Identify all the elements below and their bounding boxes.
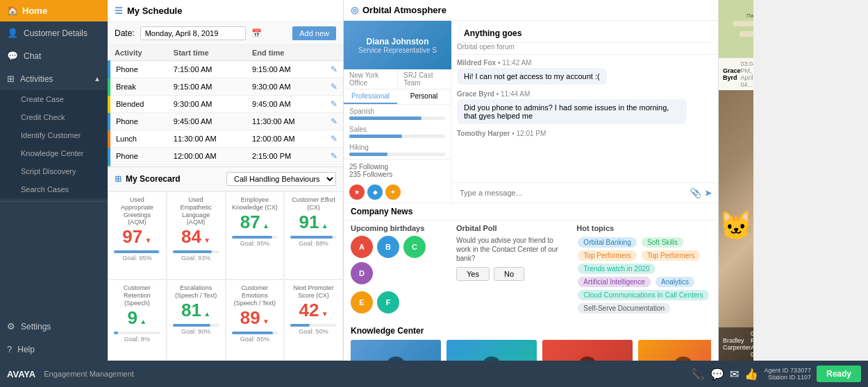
middle-bottom: Company News Upcoming birthdays A B C xyxy=(344,203,718,361)
sidebar-item-chat[interactable]: 💬 Chat xyxy=(0,44,108,67)
edit-icon[interactable]: ✎ xyxy=(331,82,337,92)
calendar-icon[interactable]: 📅 xyxy=(251,28,262,38)
sidebar-item-identify-customer[interactable]: Identify Customer xyxy=(0,126,108,144)
status-bar: AVAYA Engagement Management 📞 💬 ✉ 👍 Agen… xyxy=(0,361,868,387)
score-value: 42 xyxy=(299,300,319,320)
play-button-1[interactable]: ▶ xyxy=(386,356,406,361)
tag-ai[interactable]: Artificial Intelligence xyxy=(578,277,650,287)
birthday-avatar-3: C xyxy=(403,236,426,258)
tag-top-performers-1[interactable]: Top Performers xyxy=(578,250,636,261)
poll-no-button[interactable]: No xyxy=(494,267,524,281)
agent-photo: Diana Johnston Service Representative S xyxy=(344,21,451,69)
tag-trends-watch[interactable]: Trends watch in 2020 xyxy=(578,264,655,274)
email-icon[interactable]: ✉ xyxy=(730,368,739,381)
play-button-3[interactable]: ▶ xyxy=(578,356,597,361)
tag-analytics[interactable]: Analytics xyxy=(656,277,694,287)
chat-input[interactable] xyxy=(457,186,687,200)
orbital-content: Diana Johnston Service Representative S … xyxy=(344,21,718,203)
settings-icon: ⚙ xyxy=(7,321,15,332)
chat-messages: Mildred Fox • 11:42 AM Hi! I can not get… xyxy=(451,55,718,182)
agent-profile: Diana Johnston Service Representative S … xyxy=(344,21,451,203)
chat-msg-header-1: Mildred Fox • 11:42 AM xyxy=(457,59,712,67)
end-time-cell: 9:30:00 AM xyxy=(247,78,325,96)
score-arrow: ▲ xyxy=(203,310,210,318)
poll-title: Orbital Poll xyxy=(456,224,568,232)
sidebar-home[interactable]: 🏠 Home xyxy=(0,0,108,22)
hot-topics-tags: Orbital Banking Soft Skills Top Performe… xyxy=(576,236,711,315)
photo-overlay: Bradley Carpenter 03:04 PM, April 04... … xyxy=(719,327,753,361)
kc-videos: ▶ Empathy in the Call Center 05:11 mins … xyxy=(351,340,711,361)
chat-status-icon[interactable]: 💬 xyxy=(710,368,724,381)
msg-author-1: Mildred Fox xyxy=(457,59,496,67)
agent-office: New York Office xyxy=(344,69,398,89)
score-cell: Next Promoter Score (CX) 42 ▼ Goal: 50% xyxy=(284,280,343,361)
activity-cell: Phone xyxy=(109,61,168,78)
score-arrow: ▼ xyxy=(145,237,152,244)
orbital-icon: ◎ xyxy=(351,5,358,15)
social-photo: 🐱 Bradley Carpenter 03:04 PM, April 04..… xyxy=(719,90,753,361)
tag-top-performers-2[interactable]: Top Performers xyxy=(642,250,700,261)
birthday-avatar-5: E xyxy=(351,291,373,313)
sidebar-item-activities[interactable]: ⊞ Activities ▲ xyxy=(0,67,108,90)
sidebar-item-credit-check[interactable]: Credit Check xyxy=(0,108,108,126)
score-bar xyxy=(114,250,159,253)
end-time-cell: 9:15:00 AM xyxy=(247,61,325,78)
sidebar-item-script-discovery[interactable]: Script Discovery xyxy=(0,162,108,180)
score-value-row: 84 ▼ xyxy=(173,226,219,248)
score-value-row: 91 ▲ xyxy=(290,212,337,233)
score-bar xyxy=(290,236,333,239)
tag-soft-skills[interactable]: Soft Skills xyxy=(642,237,683,248)
score-value: 91 xyxy=(299,212,319,232)
edit-icon[interactable]: ✎ xyxy=(331,64,337,74)
edit-icon[interactable]: ✎ xyxy=(331,99,337,109)
score-label: Next Promoter Score (CX) xyxy=(290,284,337,300)
score-value: 9 xyxy=(128,307,137,328)
play-button-4[interactable]: ▶ xyxy=(674,356,693,361)
activity-cell: Break xyxy=(109,78,168,96)
score-bar-wrap xyxy=(114,250,160,253)
sidebar-item-search-cases[interactable]: Search Cases xyxy=(0,180,108,198)
station-id-value: 1107 xyxy=(797,374,811,381)
poll-yes-button[interactable]: Yes xyxy=(456,267,490,281)
score-bar xyxy=(173,324,210,327)
edit-icon[interactable]: ✎ xyxy=(331,117,337,126)
chat-bubble-2: Did you phone to admins? I had some issu… xyxy=(457,99,687,124)
svg-rect-2 xyxy=(740,31,753,37)
scorecard-icon: ⊞ xyxy=(115,174,122,184)
kc-thumb-1[interactable]: ▶ xyxy=(351,340,441,361)
avaya-logo: AVAYA xyxy=(7,369,35,379)
scorecard-filter[interactable]: Call Handling Behaviours xyxy=(226,172,336,186)
score-goal: Goal: 85% xyxy=(232,336,278,343)
phone-icon[interactable]: 📞 xyxy=(691,368,705,381)
tag-cloud-comms[interactable]: Cloud Communications In Call Centers xyxy=(578,290,708,300)
sidebar-item-create-case[interactable]: Create Case xyxy=(0,90,108,108)
edit-icon[interactable]: ✎ xyxy=(331,151,337,161)
attachment-button[interactable]: 📎 xyxy=(690,187,701,198)
kc-video-1: ▶ Empathy in the Call Center 05:11 mins … xyxy=(351,340,441,361)
skill-row-spanish: Spanish xyxy=(344,105,451,123)
tab-personal[interactable]: Personal xyxy=(397,89,451,104)
sidebar-item-customer-details[interactable]: 👤 Customer Details xyxy=(0,22,108,44)
badge-2: ◆ xyxy=(367,184,383,200)
map-user-time: 03:04 PM, April 04... xyxy=(741,60,753,88)
add-new-button[interactable]: Add new xyxy=(292,26,336,40)
play-button-2[interactable]: ▶ xyxy=(482,356,501,361)
score-cell: Customer Effort (CX) 91 ▲ Goal: 88% xyxy=(284,191,343,280)
thumbs-up-icon[interactable]: 👍 xyxy=(744,368,758,381)
kc-thumb-4[interactable]: ▶ xyxy=(638,340,711,361)
sidebar-item-settings[interactable]: ⚙ Settings xyxy=(0,315,108,338)
kc-thumb-2[interactable]: ▶ xyxy=(446,340,537,361)
end-time-cell: 2:15:00 PM xyxy=(247,148,325,165)
tag-self-serve[interactable]: Self-Serve Documentation xyxy=(578,303,670,313)
kc-thumb-3[interactable]: ▶ xyxy=(542,340,633,361)
send-button[interactable]: ➤ xyxy=(704,187,712,198)
sidebar-item-knowledge-center[interactable]: Knowledge Center xyxy=(0,144,108,162)
edit-icon[interactable]: ✎ xyxy=(331,134,337,144)
date-input[interactable] xyxy=(140,26,246,40)
tag-orbital-banking[interactable]: Orbital Banking xyxy=(578,237,636,248)
score-bar xyxy=(290,324,310,327)
sidebar-item-help[interactable]: ? Help xyxy=(0,338,108,361)
msg-time-2: • 11:44 AM xyxy=(496,90,531,98)
tab-professional[interactable]: Professional xyxy=(344,89,397,104)
ready-button[interactable]: Ready xyxy=(817,366,861,382)
